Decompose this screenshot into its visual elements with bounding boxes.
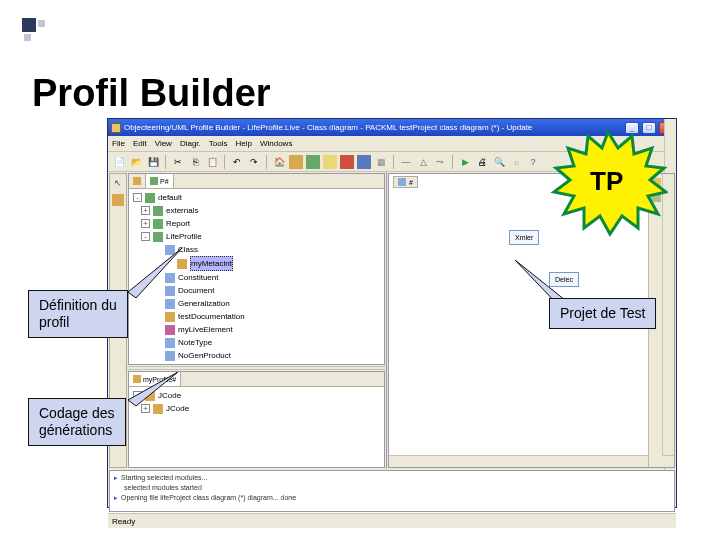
tree-item-icon [165, 351, 175, 361]
tree-item-icon [165, 325, 175, 335]
tree-row[interactable]: -LifeProfile [131, 230, 382, 243]
profile-tab[interactable]: P# [146, 174, 174, 188]
tp-badge-label: TP [590, 166, 623, 197]
zoom-icon[interactable]: 🔍 [492, 155, 506, 169]
diagram-tab[interactable]: # [393, 176, 418, 188]
tree-item-label: myMetaclnt [190, 256, 233, 271]
tree-item-label: testDocumentation [178, 310, 245, 323]
help-icon[interactable]: ? [526, 155, 540, 169]
tree-item-label: NoGenProduct [178, 349, 231, 362]
tree-item-icon [153, 219, 163, 229]
new-icon[interactable]: 📄 [112, 155, 126, 169]
profile-tab-icon[interactable] [129, 174, 146, 188]
diagram-node-1[interactable]: Xmler [509, 230, 539, 245]
tree-row[interactable]: testDocumentation [131, 310, 382, 323]
menu-help[interactable]: Help [235, 139, 251, 148]
class-icon[interactable] [289, 155, 303, 169]
run-icon[interactable]: ▶ [458, 155, 472, 169]
copy-icon[interactable]: ⎘ [188, 155, 202, 169]
menu-diagr[interactable]: Diagr. [180, 139, 201, 148]
slide-title: Profil Builder [32, 72, 271, 115]
menu-view[interactable]: View [155, 139, 172, 148]
tree-row[interactable]: NoGenProduct [131, 349, 382, 362]
tree-item-label: LifeProfile [166, 230, 202, 243]
expander-icon[interactable]: - [141, 232, 150, 241]
palette-select-icon[interactable]: ↖ [112, 177, 124, 189]
expander-icon[interactable]: + [141, 219, 150, 228]
log-line-2: selected modules started [114, 483, 670, 493]
red-icon[interactable] [340, 155, 354, 169]
window-title: Objecteering/UML Profile Builder - LifeP… [124, 123, 532, 132]
home-icon[interactable]: 🏠 [272, 155, 286, 169]
log-icon: ▸ [114, 473, 118, 483]
status-bar: Ready [108, 513, 676, 528]
tree-item-icon [153, 206, 163, 216]
svg-marker-1 [128, 248, 182, 298]
callout-definition: Définition du profil [28, 290, 128, 338]
diagram-hscroll[interactable] [389, 455, 674, 467]
redo-icon[interactable]: ↷ [247, 155, 261, 169]
log-line-1: Starting selected modules... [121, 473, 207, 483]
slide-bullet-decor [22, 18, 50, 46]
tree-item-label: Generalization [178, 297, 230, 310]
log-icon-2: ▸ [114, 493, 118, 503]
tree-row[interactable]: Generalization [131, 297, 382, 310]
save-icon[interactable]: 💾 [146, 155, 160, 169]
app-icon [111, 123, 121, 133]
callout-codage: Codage des générations [28, 398, 126, 446]
menu-file[interactable]: File [112, 139, 125, 148]
palette-class-icon[interactable] [112, 194, 124, 206]
callout-codage-pointer [128, 372, 184, 408]
tree-root-label: default [158, 191, 182, 204]
blue-icon[interactable] [357, 155, 371, 169]
tree-item-icon [153, 232, 163, 242]
menu-tools[interactable]: Tools [209, 139, 228, 148]
open-icon[interactable]: 📂 [129, 155, 143, 169]
tree-row[interactable]: NoteType [131, 336, 382, 349]
gen-icon[interactable]: △ [416, 155, 430, 169]
tree-row[interactable]: myLiveElement [131, 323, 382, 336]
find-icon[interactable]: ⌕ [509, 155, 523, 169]
tree-row[interactable]: +Report [131, 217, 382, 230]
log-panel: ▸Starting selected modules... selected m… [109, 470, 675, 512]
assoc-icon[interactable]: — [399, 155, 413, 169]
tree-item-icon [165, 312, 175, 322]
tree-item-label: externals [166, 204, 198, 217]
tree-item-icon [165, 338, 175, 348]
menu-windows[interactable]: Windows [260, 139, 292, 148]
tree-item-label: Report [166, 217, 190, 230]
splitter[interactable] [127, 366, 386, 370]
package-icon[interactable] [306, 155, 320, 169]
cut-icon[interactable]: ✂ [171, 155, 185, 169]
left-column: P# -default +externals+Report-LifeProfil… [127, 172, 387, 469]
note-icon[interactable] [323, 155, 337, 169]
status-text: Ready [112, 517, 135, 526]
undo-icon[interactable]: ↶ [230, 155, 244, 169]
grid-icon[interactable]: ▦ [374, 155, 388, 169]
tree-item-icon [165, 299, 175, 309]
svg-marker-2 [128, 372, 178, 406]
tree-item-label: NoteType [178, 336, 212, 349]
callout-definition-pointer [128, 248, 188, 298]
callout-projet: Projet de Test [549, 298, 656, 329]
dep-icon[interactable]: ⤳ [433, 155, 447, 169]
paste-icon[interactable]: 📋 [205, 155, 219, 169]
tree-row[interactable]: +externals [131, 204, 382, 217]
expander-icon[interactable]: + [141, 206, 150, 215]
menu-edit[interactable]: Edit [133, 139, 147, 148]
print-icon[interactable]: 🖨 [475, 155, 489, 169]
tree-item-label: myLiveElement [178, 323, 233, 336]
log-line-3: Opening file lifeProject class diagram (… [121, 493, 296, 503]
